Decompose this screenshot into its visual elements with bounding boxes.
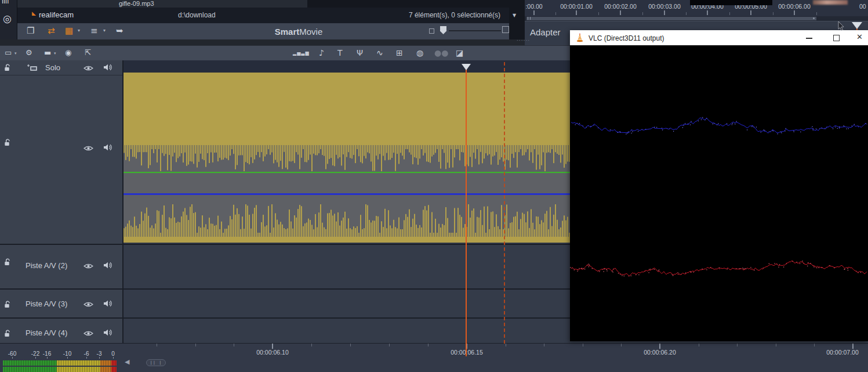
header-content-divider [122,60,124,344]
zoom-in-box-icon[interactable] [502,26,509,33]
lock-open-icon[interactable] [3,300,11,308]
vlc-window[interactable]: VLC (Direct3D11 output) ✕ [570,30,868,341]
playhead-handle[interactable] [462,64,471,70]
ruler-minor-tick [737,344,738,346]
eye-icon[interactable] [83,145,93,151]
volume-curve-icon[interactable]: ∿ [376,48,383,57]
ruler-minor-tick [389,344,390,346]
grid-view-icon[interactable]: ▦ [65,26,73,36]
vlc-titlebar[interactable]: VLC (Direct3D11 output) ✕ [570,30,868,45]
voice-over-mic-icon[interactable]: Ψ [357,48,363,57]
solo-track-label[interactable]: Solo [45,63,60,72]
pan-zoom-mask-icon[interactable]: ◪ [456,48,463,57]
multicam-grid-icon[interactable]: ⊞ [396,48,403,57]
music-score-icon[interactable]: ♪ [319,48,324,57]
adapter-label[interactable]: Adapter [530,27,561,37]
file-name-label[interactable]: gifle-09.mp3 [119,0,154,7]
timeline-scrollbar-thumb[interactable]: || | [146,359,166,366]
lock-open-icon[interactable] [3,138,11,146]
bottom-bar: 00:00:06.1000:00:06.1500:00:06.2000:00:0… [0,344,868,372]
chevron-down-icon[interactable]: ▾ [78,28,80,33]
overview-scrollbar[interactable] [525,16,868,21]
track-type-icon[interactable] [27,64,38,71]
track-label[interactable]: Piste A/V (3) [26,299,67,308]
speaker-icon[interactable] [103,144,112,151]
smartmovie-title[interactable]: SmartMovie [244,27,354,37]
disc-target-icon[interactable]: ◉ [65,48,71,57]
thumbnail-zoom-slider-thumb[interactable] [440,26,446,34]
ruler-tick [794,10,795,15]
browser-file-row[interactable]: gifle-09.mp3 [17,0,509,8]
thumbnail-zoom-slider-track[interactable] [449,30,501,31]
disc-icon[interactable]: ◎ [3,14,12,24]
ruler-minor-tick [699,344,699,346]
chevron-down-icon[interactable]: ▾ [54,51,56,56]
ruler-minor-tick [195,344,196,346]
title-editor-icon[interactable]: T [337,48,343,57]
screen-select-icon[interactable]: ▭ [5,48,12,57]
folder-collapse-triangle-icon[interactable]: ◣ [32,11,36,16]
copy-icon[interactable]: ❐ [27,26,34,36]
chevron-down-icon[interactable]: ▾ [103,28,106,33]
lock-open-icon[interactable] [3,63,11,71]
ruler-minor-tick [621,344,622,346]
eye-icon[interactable] [83,65,93,71]
eye-icon[interactable] [83,301,93,308]
scrollbar-grip-icon [528,17,531,20]
ruler-minor-tick [642,12,643,15]
zoom-out-box-icon[interactable] [429,28,434,34]
audio-clip-waveform[interactable] [124,73,582,243]
export-frame-icon[interactable]: ⇱ [85,48,91,57]
speaker-icon[interactable] [103,262,112,269]
audio-wave-icon[interactable]: ıllı [2,0,9,5]
minimize-button[interactable] [806,38,812,39]
ruler-tick [620,10,621,15]
vlc-video-area[interactable] [570,45,868,341]
vlc-cone-icon [575,33,584,42]
overview-scrollbar-thumb[interactable] [526,17,816,20]
render-status-icon[interactable]: ◍ [416,48,423,57]
overview-playhead-handle[interactable] [852,22,862,29]
folder-name-label[interactable]: realifecam [39,10,74,19]
panel-divider-strip [0,39,525,45]
time-label: 00:00:06.20 [634,349,686,356]
ruler-minor-tick [428,344,428,346]
folder-path-label: d:\download [178,11,216,19]
meter-tick [99,357,100,359]
sync-icon[interactable]: ⇄ [48,26,55,36]
meter-tick [67,357,68,359]
speaker-icon[interactable] [103,329,112,336]
open-folder-icon[interactable]: ➥ [116,26,124,36]
maximize-button[interactable] [833,35,840,41]
list-view-icon[interactable]: ≡ [90,26,98,36]
chevron-down-icon[interactable]: ▼ [513,13,516,18]
close-button[interactable]: ✕ [856,33,863,41]
level-bar-left [3,360,117,366]
meter-tick [47,357,48,359]
time-label: 00:00:06.15 [441,349,493,356]
browser-folder-row[interactable]: ◣ realifecam d:\download 7 élément(s), 0… [17,8,509,23]
smartmovie-title-bold: Smart [275,27,300,37]
panel-drag-handle[interactable]: ······ [517,38,530,44]
mouse-cursor [837,21,845,31]
chevron-down-icon[interactable]: ▾ [14,51,17,56]
eye-icon[interactable] [83,263,93,269]
ruler-minor-tick [773,12,773,15]
settings-gears-icon[interactable]: ⚙ [26,48,32,57]
speaker-icon[interactable] [103,64,112,71]
timeline-ruler[interactable]: 00:00:06.1000:00:06.1500:00:06.2000:00:0… [124,344,868,359]
meter-tick [35,357,36,359]
eye-icon[interactable] [83,330,93,337]
track-label[interactable]: Piste A/V (4) [26,328,67,337]
clip-group-icon[interactable]: ●● [434,48,448,57]
lock-open-icon[interactable] [3,329,11,337]
lock-open-icon[interactable] [3,258,11,266]
speaker-icon[interactable] [103,300,112,307]
video-editor-app: ıllı ◎ gifle-09.mp3 ◣ realifecam d:\down… [0,0,868,372]
ruler-tick [707,10,708,15]
track-label[interactable]: Piste A/V (2) [26,261,67,270]
trim-level-icon[interactable]: ▬ [44,48,51,57]
audio-mixer-icon[interactable]: ▂▅▃▆ [293,50,310,56]
scroll-left-arrow[interactable]: ◀ [125,359,129,365]
time-label: 00:00:06.00 [770,3,819,10]
